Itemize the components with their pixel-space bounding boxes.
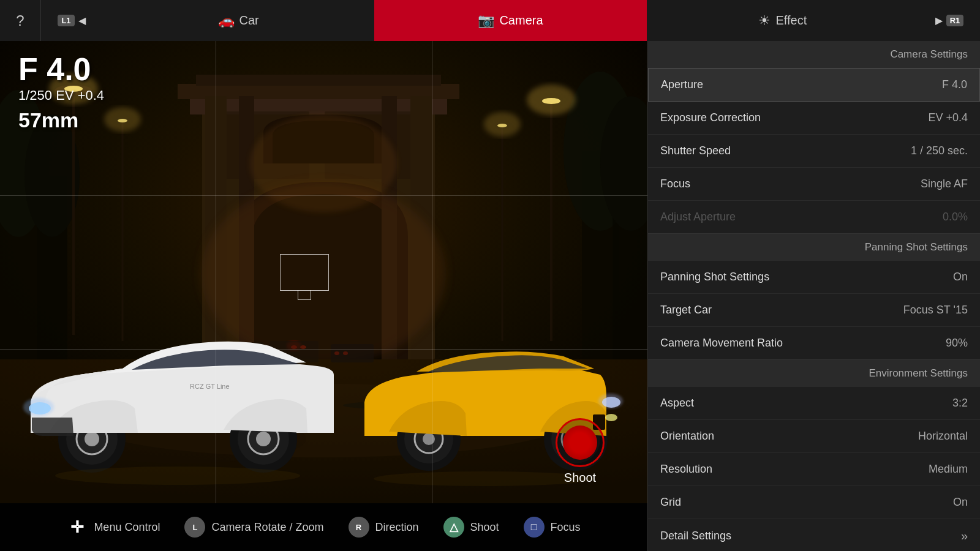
car-icon: 🚗 xyxy=(218,13,235,29)
l-button-icon: L xyxy=(184,517,205,538)
photo-viewport[interactable]: RCZ GT Line xyxy=(0,41,647,503)
camera-movement-label: Camera Movement Ratio xyxy=(660,337,783,350)
top-navigation: ? L1 ◀ 🚗 Car 📷 Camera ☀ Effect ▶ R1 xyxy=(0,0,980,41)
focus-bracket xyxy=(280,254,329,291)
exposure-row[interactable]: Exposure Correction EV +0.4 xyxy=(648,102,980,135)
exposure-value: EV +0.4 xyxy=(928,111,968,124)
panning-settings-section: Panning Shot Settings Panning Shot Setti… xyxy=(648,234,980,360)
svg-rect-13 xyxy=(196,75,441,86)
aspect-label: Aspect xyxy=(660,397,694,410)
nav-effect-label: Effect xyxy=(775,13,807,28)
svg-point-38 xyxy=(484,112,521,137)
adjust-aperture-label: Adjust Aperture xyxy=(660,211,736,223)
nav-camera-label: Camera xyxy=(499,13,543,28)
hud-aperture: F 4.0 xyxy=(18,53,104,85)
exposure-label: Exposure Correction xyxy=(660,111,761,124)
dpad-icon: ✛ xyxy=(67,517,88,538)
svg-point-69 xyxy=(598,394,623,408)
panning-shot-value: On xyxy=(953,271,968,283)
adjust-aperture-row[interactable]: Adjust Aperture 0.0% xyxy=(648,201,980,233)
nav-car[interactable]: 🚗 Car xyxy=(102,0,374,41)
focus-label: Focus xyxy=(660,178,690,190)
shoot-button-label: Shoot xyxy=(564,471,596,485)
nav-camera[interactable]: 📷 Camera xyxy=(374,0,646,41)
r1-badge: R1 xyxy=(946,15,964,26)
panning-shot-row[interactable]: Panning Shot Settings On xyxy=(648,261,980,294)
shoot-button[interactable]: Shoot xyxy=(556,418,605,485)
orientation-label: Orientation xyxy=(660,430,714,443)
svg-point-63 xyxy=(423,433,435,445)
bottom-menu-control: ✛ Menu Control xyxy=(67,517,160,538)
focus-value: Single AF xyxy=(921,178,968,190)
main-area: RCZ GT Line xyxy=(0,41,980,551)
svg-rect-45 xyxy=(331,344,374,362)
camera-rotate-label: Camera Rotate / Zoom xyxy=(211,521,323,534)
hud-focal-length: 57mm xyxy=(18,108,104,132)
environment-settings-section: Environment Settings Aspect 3:2 Orientat… xyxy=(648,360,980,551)
square-button-icon: □ xyxy=(524,517,545,538)
effect-icon: ☀ xyxy=(758,13,771,29)
right-settings-panel: Camera Settings Aperture F 4.0 Exposure … xyxy=(647,41,980,551)
shoot-label: Shoot xyxy=(470,521,499,534)
camera-movement-row[interactable]: Camera Movement Ratio 90% xyxy=(648,327,980,359)
help-icon: ? xyxy=(16,12,24,29)
grid-row[interactable]: Grid On xyxy=(648,486,980,519)
shoot-button-circle xyxy=(556,418,605,467)
direction-label: Direction xyxy=(375,521,419,534)
orientation-value: Horizontal xyxy=(918,430,968,443)
menu-control-label: Menu Control xyxy=(94,521,160,534)
svg-point-72 xyxy=(55,467,300,485)
bottom-camera-rotate: L Camera Rotate / Zoom xyxy=(184,517,323,538)
triangle-button-icon: △ xyxy=(443,517,464,538)
resolution-value: Medium xyxy=(929,463,968,476)
l1-badge: L1 xyxy=(58,15,74,26)
svg-point-21 xyxy=(250,114,397,212)
svg-point-5 xyxy=(24,114,80,237)
shutter-label: Shutter Speed xyxy=(660,144,731,157)
help-button[interactable]: ? xyxy=(0,0,41,41)
detail-settings-label: Detail Settings xyxy=(660,530,731,542)
svg-point-35 xyxy=(527,84,576,115)
aperture-row[interactable]: Aperture F 4.0 xyxy=(648,68,980,102)
bottom-control-bar: ✛ Menu Control L Camera Rotate / Zoom R … xyxy=(0,503,647,551)
target-car-row[interactable]: Target Car Focus ST '15 xyxy=(648,294,980,327)
aperture-value: F 4.0 xyxy=(942,78,967,91)
grid-label: Grid xyxy=(660,496,681,509)
grid-value: On xyxy=(953,496,968,509)
r1-nav-button[interactable]: ▶ R1 xyxy=(919,0,980,41)
detail-settings-row[interactable]: Detail Settings » xyxy=(648,519,980,551)
shutter-value: 1 / 250 sec. xyxy=(911,144,968,157)
right-arrow-icon: ▶ xyxy=(935,15,943,26)
focus-row[interactable]: Focus Single AF xyxy=(648,168,980,201)
svg-point-32 xyxy=(104,107,141,132)
camera-settings-section: Camera Settings Aperture F 4.0 Exposure … xyxy=(648,41,980,234)
environment-settings-header: Environment Settings xyxy=(648,360,980,387)
camera-settings-header: Camera Settings xyxy=(648,41,980,68)
nav-car-label: Car xyxy=(239,13,259,28)
bottom-direction: R Direction xyxy=(349,517,419,538)
l1-nav-button[interactable]: L1 ◀ xyxy=(41,0,102,41)
bottom-focus: □ Focus xyxy=(524,517,581,538)
shutter-row[interactable]: Shutter Speed 1 / 250 sec. xyxy=(648,135,980,168)
resolution-row[interactable]: Resolution Medium xyxy=(648,453,980,486)
adjust-aperture-value: 0.0% xyxy=(943,211,968,223)
camera-movement-value: 90% xyxy=(946,337,968,350)
shoot-button-inner xyxy=(563,425,597,460)
orientation-row[interactable]: Orientation Horizontal xyxy=(648,420,980,453)
left-arrow-icon: ◀ xyxy=(78,15,86,26)
panning-settings-header: Panning Shot Settings xyxy=(648,234,980,261)
hud-overlay: F 4.0 1/250 EV +0.4 57mm xyxy=(18,53,104,132)
hud-shutter-ev: 1/250 EV +0.4 xyxy=(18,88,104,103)
nav-effect[interactable]: ☀ Effect xyxy=(647,0,919,41)
target-car-label: Target Car xyxy=(660,304,712,317)
target-car-value: Focus ST '15 xyxy=(903,304,968,317)
svg-point-57 xyxy=(23,398,54,416)
aspect-row[interactable]: Aspect 3:2 xyxy=(648,387,980,420)
detail-settings-chevron: » xyxy=(961,529,968,543)
svg-point-55 xyxy=(256,432,271,446)
aspect-value: 3:2 xyxy=(952,397,968,410)
panning-shot-label: Panning Shot Settings xyxy=(660,271,769,283)
r-button-icon: R xyxy=(349,517,369,538)
resolution-label: Resolution xyxy=(660,463,712,476)
svg-point-51 xyxy=(85,432,99,446)
